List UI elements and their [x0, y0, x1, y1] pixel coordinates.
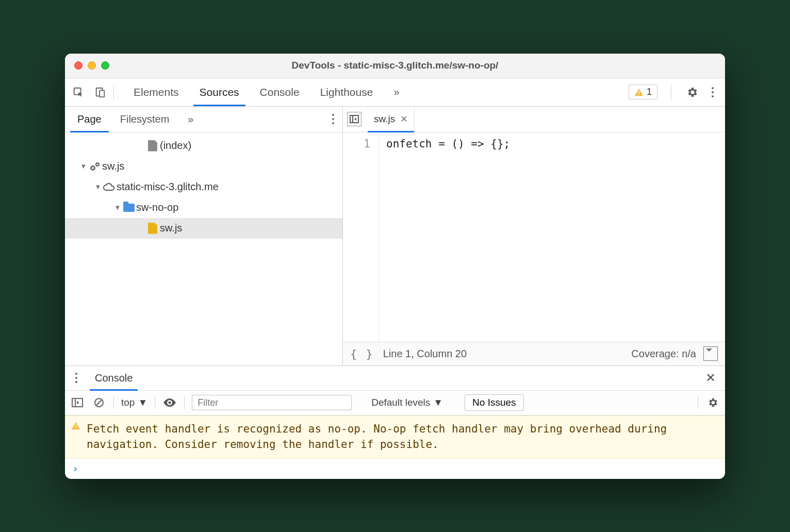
svg-rect-13 — [75, 424, 76, 427]
tree-file-index[interactable]: (index) — [65, 136, 342, 156]
navigator-pane: Page Filesystem (index) ▼ sw.js — [65, 107, 343, 365]
toolbar-divider — [113, 85, 114, 99]
gears-icon — [88, 161, 102, 172]
pretty-print-button[interactable]: { } — [350, 347, 374, 360]
log-levels-selector[interactable]: Default levels▼ — [371, 397, 443, 408]
filter-input-wrapper — [192, 395, 352, 410]
toolbar-divider-2 — [671, 85, 671, 99]
warnings-badge[interactable]: 1 — [629, 85, 657, 99]
code-editor[interactable]: 1 onfetch = () => {}; — [343, 132, 725, 342]
editor-tab-swjs[interactable]: sw.js ✕ — [368, 107, 415, 132]
drawer-tabs: Console ✕ — [65, 366, 725, 391]
svg-point-8 — [96, 163, 98, 165]
titlebar: DevTools - static-misc-3.glitch.me/sw-no… — [65, 54, 725, 78]
svg-rect-4 — [638, 94, 639, 94]
more-tabs-button[interactable] — [383, 78, 407, 106]
drawer-tab-console[interactable]: Console — [87, 366, 141, 390]
toggle-console-sidebar-icon[interactable] — [70, 396, 85, 409]
sources-panel: Page Filesystem (index) ▼ sw.js — [65, 107, 725, 365]
toggle-debugger-icon[interactable] — [703, 346, 718, 361]
editor-tabs: sw.js ✕ — [343, 107, 725, 132]
nav-tab-page[interactable]: Page — [68, 107, 111, 132]
cursor-position: Line 1, Column 20 — [383, 348, 467, 360]
tree-domain[interactable]: ▼ static-misc-3.glitch.me — [65, 177, 342, 197]
editor-pane: sw.js ✕ 1 onfetch = () => {}; { } Line 1… — [343, 107, 725, 365]
code-content: onfetch = () => {}; — [379, 132, 725, 342]
console-messages: Fetch event handler is recognized as no-… — [65, 415, 725, 479]
live-expression-icon[interactable] — [162, 396, 177, 409]
divider — [155, 396, 155, 409]
warning-icon — [71, 422, 80, 430]
window-title: DevTools - static-misc-3.glitch.me/sw-no… — [65, 60, 725, 71]
navigator-tabs: Page Filesystem — [65, 107, 342, 132]
tree-folder-swnoop[interactable]: ▼ sw-no-op — [65, 197, 342, 218]
svg-rect-3 — [638, 91, 639, 93]
console-settings-icon[interactable] — [705, 396, 720, 409]
folder-icon — [122, 204, 136, 212]
tab-sources[interactable]: Sources — [189, 78, 250, 106]
main-toolbar: Elements Sources Console Lighthouse 1 — [65, 78, 725, 107]
document-icon — [145, 140, 160, 152]
device-toggle-icon[interactable] — [93, 85, 107, 99]
traffic-lights — [74, 61, 109, 70]
devtools-window: DevTools - static-misc-3.glitch.me/sw-no… — [65, 54, 725, 479]
clear-console-icon[interactable] — [92, 396, 106, 409]
divider — [184, 396, 185, 409]
close-drawer-icon[interactable]: ✕ — [701, 371, 720, 385]
toggle-navigator-icon[interactable] — [347, 112, 361, 126]
svg-rect-2 — [100, 90, 104, 97]
issues-button[interactable]: No Issues — [465, 394, 523, 411]
js-file-icon — [145, 223, 160, 234]
tab-lighthouse[interactable]: Lighthouse — [310, 78, 384, 106]
editor-statusbar: { } Line 1, Column 20 Coverage: n/a — [343, 342, 725, 365]
tree-worker-swjs[interactable]: ▼ sw.js — [65, 156, 342, 177]
zoom-window-button[interactable] — [101, 61, 109, 70]
more-options-icon[interactable] — [706, 86, 719, 98]
cloud-icon — [102, 182, 117, 192]
divider — [113, 396, 114, 409]
divider — [698, 396, 698, 409]
console-warning-row[interactable]: Fetch event handler is recognized as no-… — [65, 415, 725, 458]
coverage-status: Coverage: n/a — [631, 348, 696, 360]
svg-point-12 — [169, 402, 171, 404]
nav-tab-filesystem[interactable]: Filesystem — [111, 107, 179, 132]
drawer-options-icon[interactable] — [70, 372, 83, 384]
inspect-element-icon[interactable] — [71, 85, 86, 99]
context-selector[interactable]: top▼ — [121, 397, 147, 408]
warnings-count: 1 — [647, 87, 652, 97]
chevron-down-icon: ▼ — [138, 397, 147, 408]
nav-options-icon[interactable] — [327, 113, 339, 125]
panel-tabs: Elements Sources Console Lighthouse — [123, 78, 629, 106]
line-gutter: 1 — [343, 132, 379, 342]
warning-icon — [634, 88, 644, 96]
filter-input[interactable] — [192, 395, 352, 410]
console-toolbar: top▼ Default levels▼ No Issues — [65, 391, 725, 415]
nav-more-tabs[interactable] — [178, 107, 201, 132]
minimize-window-button[interactable] — [88, 61, 96, 70]
settings-icon[interactable] — [685, 85, 699, 99]
svg-point-6 — [92, 167, 94, 169]
chevron-down-icon: ▼ — [433, 397, 443, 408]
close-tab-icon[interactable]: ✕ — [400, 113, 408, 125]
tab-console[interactable]: Console — [250, 78, 310, 106]
console-drawer: Console ✕ top▼ Defau — [65, 365, 725, 479]
tab-elements[interactable]: Elements — [123, 78, 189, 106]
tree-file-swjs[interactable]: sw.js — [65, 218, 342, 239]
svg-rect-14 — [75, 427, 76, 428]
console-prompt[interactable]: › — [65, 458, 725, 479]
file-tree: (index) ▼ sw.js ▼ static-misc-3.glitch.m… — [65, 132, 342, 365]
close-window-button[interactable] — [74, 61, 83, 70]
